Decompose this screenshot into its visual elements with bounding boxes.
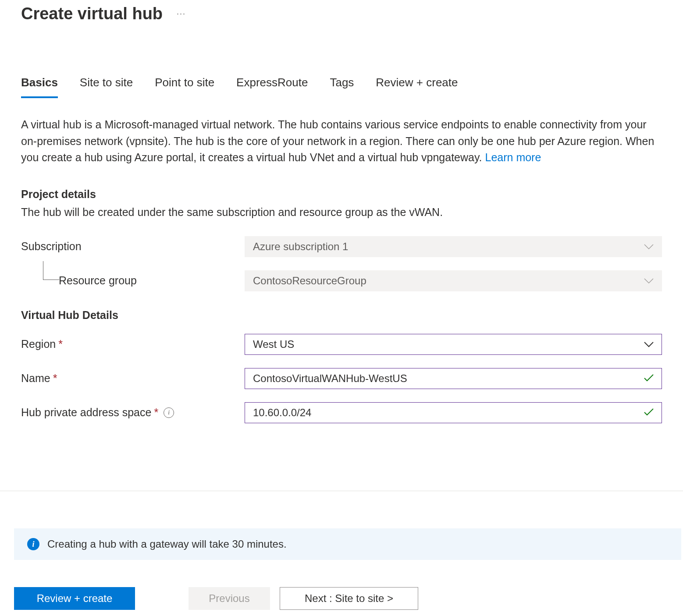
chevron-down-icon <box>644 241 654 253</box>
info-banner: i Creating a hub with a gateway will tak… <box>14 528 681 560</box>
info-icon[interactable]: i <box>164 407 174 418</box>
address-space-input[interactable]: 10.60.0.0/24 <box>245 402 662 423</box>
name-value: ContosoVirtualWANHub-WestUS <box>253 372 407 385</box>
tab-label: Site to site <box>80 76 133 89</box>
tab-basics[interactable]: Basics <box>21 76 58 98</box>
virtual-hub-details-section: Virtual Hub Details Region * West US <box>21 309 662 423</box>
required-star-icon: * <box>53 372 57 385</box>
intro-paragraph: A virtual hub is a Microsoft-managed vir… <box>21 117 662 166</box>
chevron-down-icon <box>644 275 654 287</box>
label-region: Region * <box>21 338 245 350</box>
tab-label: ExpressRoute <box>236 76 308 89</box>
resource-group-select: ContosoResourceGroup <box>245 270 662 291</box>
chevron-down-icon <box>644 338 654 350</box>
previous-button: Previous <box>189 587 270 610</box>
tab-expressroute[interactable]: ExpressRoute <box>236 76 308 98</box>
learn-more-link[interactable]: Learn more <box>485 151 541 163</box>
page-title: Create virtual hub <box>21 4 163 23</box>
tab-site-to-site[interactable]: Site to site <box>80 76 133 98</box>
required-star-icon: * <box>58 338 63 350</box>
row-name: Name * ContosoVirtualWANHub-WestUS <box>21 368 662 389</box>
row-region: Region * West US <box>21 334 662 355</box>
checkmark-icon <box>644 407 654 419</box>
page-header: Create virtual hub ··· <box>0 0 683 23</box>
footer-buttons: Review + create Previous Next : Site to … <box>14 587 418 610</box>
resource-group-value: ContosoResourceGroup <box>253 275 366 287</box>
more-menu-button[interactable]: ··· <box>177 9 186 18</box>
tree-branch-icon <box>43 261 59 280</box>
region-value: West US <box>253 338 294 350</box>
tab-label: Tags <box>330 76 354 89</box>
label-resource-group: Resource group <box>21 274 245 287</box>
tab-point-to-site[interactable]: Point to site <box>155 76 214 98</box>
next-button[interactable]: Next : Site to site > <box>280 587 418 610</box>
info-circle-icon: i <box>27 538 39 550</box>
tab-review-create[interactable]: Review + create <box>376 76 458 98</box>
row-address-space: Hub private address space * i 10.60.0.0/… <box>21 402 662 423</box>
name-input[interactable]: ContosoVirtualWANHub-WestUS <box>245 368 662 389</box>
subscription-value: Azure subscription 1 <box>253 241 348 253</box>
tab-label: Basics <box>21 76 58 89</box>
intro-text: A virtual hub is a Microsoft-managed vir… <box>21 118 654 163</box>
checkmark-icon <box>644 372 654 385</box>
region-select[interactable]: West US <box>245 334 662 355</box>
label-subscription: Subscription <box>21 240 245 253</box>
tab-label: Point to site <box>155 76 214 89</box>
section-subtext-project: The hub will be created under the same s… <box>21 206 662 219</box>
tabs-bar: Basics Site to site Point to site Expres… <box>0 76 683 98</box>
label-name: Name * <box>21 372 245 385</box>
section-heading-hub: Virtual Hub Details <box>21 309 662 322</box>
row-resource-group: Resource group ContosoResourceGroup <box>21 270 662 291</box>
tab-tags[interactable]: Tags <box>330 76 354 98</box>
row-subscription: Subscription Azure subscription 1 <box>21 236 662 257</box>
address-space-value: 10.60.0.0/24 <box>253 407 311 419</box>
label-address-space: Hub private address space * i <box>21 406 245 419</box>
tab-label: Review + create <box>376 76 458 89</box>
subscription-select: Azure subscription 1 <box>245 236 662 257</box>
footer-separator <box>0 491 683 491</box>
project-details-section: Project details The hub will be created … <box>21 188 662 291</box>
review-create-button[interactable]: Review + create <box>14 587 135 610</box>
banner-text: Creating a hub with a gateway will take … <box>47 538 287 550</box>
section-heading-project: Project details <box>21 188 662 201</box>
required-star-icon: * <box>154 406 158 419</box>
